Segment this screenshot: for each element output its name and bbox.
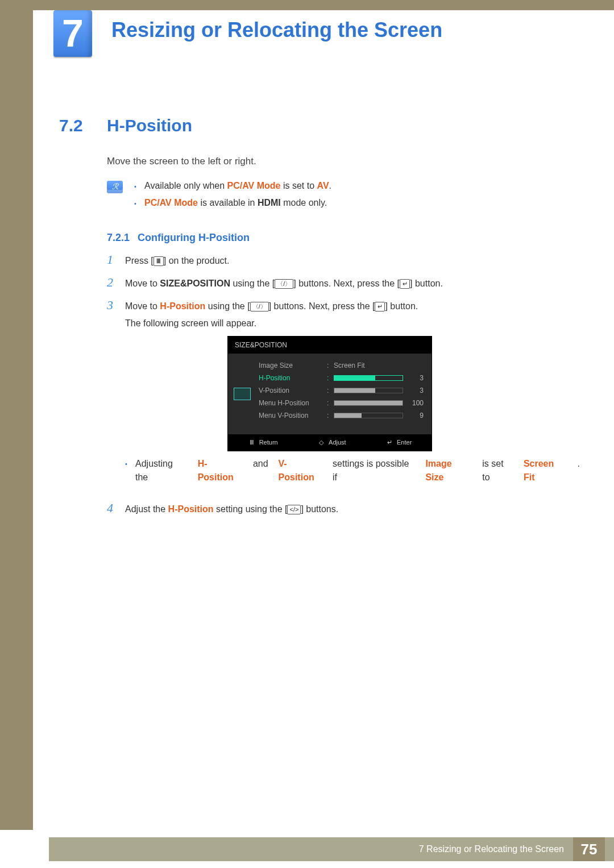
step-3: 3 Move to H-Position using the [〈/〉] but… — [107, 300, 580, 493]
subsection-title: Configuring H-Position — [138, 232, 250, 244]
osd-row-image-size: Image Size: Screen Fit — [228, 359, 432, 372]
chapter-number-tab: 7 — [53, 10, 92, 57]
step-number: 2 — [107, 277, 115, 288]
step-1: 1 Press [Ⅲ] on the product. — [107, 254, 580, 268]
step-2: 2 Move to SIZE&POSITION using the [〈/〉] … — [107, 277, 580, 290]
osd-row-menu-h-position: Menu H-Position: 100 — [228, 397, 432, 409]
section-number: 7.2 — [59, 116, 107, 135]
step-3-bullet: Adjusting the H-Position and V-Position … — [125, 457, 580, 484]
footer-text: 7 Resizing or Relocating the Screen — [419, 837, 564, 861]
note-bullet-2: PC/AV Mode is available in HDMI mode onl… — [134, 198, 331, 208]
up-down-button-icon: 〈/〉 — [275, 279, 293, 289]
step-number: 3 — [107, 300, 115, 311]
adjust-icon: ◇ — [317, 438, 325, 447]
osd-row-v-position: V-Position: 3 — [228, 384, 432, 397]
left-sidebar — [0, 0, 33, 830]
osd-row-menu-v-position: Menu V-Position: 9 — [228, 409, 432, 422]
osd-adjust: ◇Adjust — [317, 438, 346, 447]
page-number: 75 — [573, 837, 605, 861]
note-bullet-1: Available only when PC/AV Mode is set to… — [134, 181, 331, 191]
up-down-button-icon: 〈/〉 — [250, 302, 269, 312]
menu-button-icon: Ⅲ — [154, 256, 164, 266]
osd-return: ⅢReturn — [248, 438, 278, 447]
osd-enter: ↵Enter — [385, 438, 412, 447]
step-4: 4 Adjust the H-Position setting using th… — [107, 502, 580, 516]
page-footer: 7 Resizing or Relocating the Screen 75 — [0, 836, 614, 868]
osd-title: SIZE&POSITION — [228, 337, 432, 354]
enter-button-icon: ↵ — [375, 302, 385, 312]
section-intro: Move the screen to the left or right. — [107, 156, 580, 167]
step-number: 4 — [107, 502, 115, 514]
step-3-note: The following screen will appear. — [125, 317, 580, 330]
left-right-button-icon: </> — [287, 505, 301, 514]
osd-row-h-position: H-Position: 3 — [228, 372, 432, 384]
return-icon: Ⅲ — [248, 438, 256, 447]
osd-category-icon — [234, 388, 251, 400]
enter-icon: ↵ — [385, 438, 393, 447]
step-number: 1 — [107, 254, 115, 265]
section-title: H-Position — [107, 116, 192, 135]
enter-button-icon: ↵ — [400, 279, 410, 289]
osd-menu: SIZE&POSITION Image Size: Screen Fit H-P… — [227, 336, 432, 451]
chapter-title: Resizing or Relocating the Screen — [111, 18, 454, 42]
note-icon: ℛ — [107, 181, 123, 193]
note-bullets: Available only when PC/AV Mode is set to… — [134, 181, 331, 215]
subsection-number: 7.2.1 — [107, 232, 130, 244]
